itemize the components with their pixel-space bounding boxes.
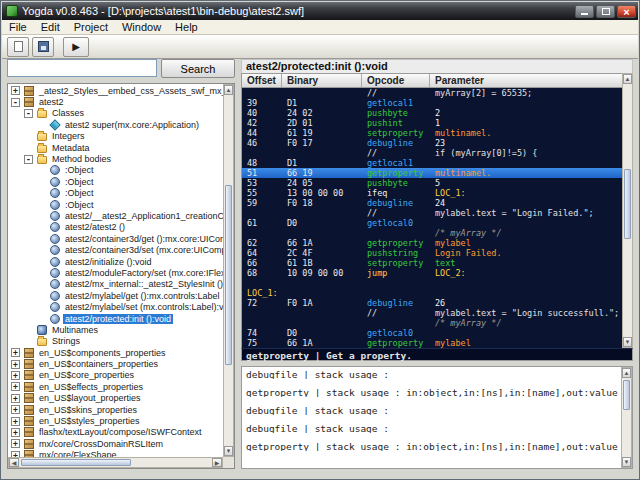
disasm-comment-row[interactable]: //mylabel.text = "Login Failed."; [242,208,632,218]
tree-item[interactable]: -atest2 [8,96,223,107]
tree-item[interactable]: +en_US$effects_properties [8,381,223,392]
disasm-blank-row[interactable] [242,278,632,288]
scroll-up-icon[interactable] [623,74,632,84]
tree-item[interactable]: atest2/protected:init ():void [8,313,223,324]
title-bar[interactable]: Yogda v0.8.463 - [D:\projects\atest1\bin… [2,2,638,20]
new-file-button[interactable] [7,37,29,57]
tree-item[interactable]: atest2/mx_internal::_atest2_StylesInit (… [8,279,223,290]
disasm-comment-row[interactable]: /* myArray */ [242,228,632,238]
tree-item[interactable]: atest2/container3d/get ():mx.core:UIComp… [8,233,223,244]
disassembly-vertical-scrollbar[interactable] [622,73,633,348]
disasm-instruction-row[interactable]: 7566 1Agetpropertymylabel [242,338,632,348]
tree-item[interactable]: atest2/atest2 () [8,222,223,233]
expander-icon[interactable]: + [11,382,20,391]
disasm-instruction-row[interactable]: 6266 1Agetpropertymylabel [242,238,632,248]
tree-item[interactable]: :Object [8,176,223,187]
tree-item[interactable]: :Object [8,188,223,199]
tree-item[interactable]: +en_US$components_properties [8,347,223,358]
output-vertical-scrollbar[interactable] [621,367,632,468]
menu-item-project[interactable]: Project [67,20,115,35]
disasm-instruction-row[interactable]: 74D0getlocal0 [242,328,632,338]
tree-vertical-scrollbar[interactable] [223,84,234,457]
tree-item[interactable]: -Method bodies [8,153,223,164]
scrollbar-thumb[interactable] [21,459,131,466]
menu-item-window[interactable]: Window [115,20,168,35]
scroll-left-icon[interactable] [9,458,19,467]
tree-item[interactable]: atest2/container3d/set (mx.core:UICompon… [8,244,223,255]
expander-icon[interactable]: - [24,109,33,118]
minimize-button[interactable] [575,5,594,18]
disasm-instruction-row[interactable]: 46F0 17debugline23 [242,138,632,148]
disasm-comment-row[interactable]: //if (myArray[0]!=5) { [242,148,632,158]
tree-item[interactable]: atest2/__atest2_Application1_creationCom… [8,210,223,221]
disasm-label-row[interactable]: LOC_1: [242,288,632,298]
disasm-instruction-row[interactable]: 61D0getlocal0 [242,218,632,228]
disasm-instruction-row[interactable]: 4024 02pushbyte2 [242,108,632,118]
tree-item[interactable]: +en_US$layout_properties [8,393,223,404]
tree-item[interactable]: +mx/core/FlexShape [8,450,223,458]
tree-item[interactable]: :Object [8,199,223,210]
expander-icon[interactable]: + [11,428,20,437]
tree-item[interactable]: atest2/mylabel/get ():mx.controls:Label [8,290,223,301]
disasm-instruction-row[interactable]: 5166 19getpropertymultinamel. [242,168,632,178]
column-header-binary[interactable]: Binary [282,74,362,87]
menu-item-file[interactable]: File [2,20,34,35]
expander-icon[interactable]: + [11,86,20,95]
menu-item-help[interactable]: Help [168,20,205,35]
disasm-instruction-row[interactable]: 4461 19setpropertymultinamel. [242,128,632,138]
search-button[interactable]: Search [161,59,235,78]
scrollbar-thumb[interactable] [225,185,232,365]
expander-icon[interactable]: + [11,371,20,380]
expander-icon[interactable]: + [11,417,20,426]
disasm-comment-row[interactable]: //mylabel.text = "Login successfull."; [242,308,632,318]
disasm-instruction-row[interactable]: 59F0 18debugline24 [242,198,632,208]
tree-item[interactable]: atest2 super(mx.core:Application) [8,119,223,130]
scroll-down-icon[interactable] [224,446,233,456]
menu-item-edit[interactable]: Edit [34,20,67,35]
close-button[interactable] [617,5,636,18]
tree-item[interactable]: atest2/mylabel/set (mx.controls:Label):v… [8,301,223,312]
tree-item[interactable]: atest2/initialize ():void [8,256,223,267]
save-button[interactable] [32,37,54,57]
expander-icon[interactable]: + [11,405,20,414]
tree-item[interactable]: Metadata [8,142,223,153]
scroll-down-icon[interactable] [622,457,631,467]
tree-item[interactable]: +en_US$core_properties [8,370,223,381]
tree-horizontal-scrollbar[interactable] [8,457,223,468]
disasm-instruction-row[interactable]: 39D1getlocal1 [242,98,632,108]
run-button[interactable]: ▶ [63,37,89,57]
disasm-instruction-row[interactable]: 422D 01pushint1 [242,118,632,128]
expander-icon[interactable]: - [24,155,33,164]
disasm-instruction-row[interactable]: 5324 05pushbyte5 [242,178,632,188]
disasm-comment-row[interactable]: /* myArray */ [242,318,632,328]
scroll-down-icon[interactable] [623,337,632,347]
disasm-instruction-row[interactable]: 48D1getlocal1 [242,158,632,168]
scroll-up-icon[interactable] [224,85,233,95]
scroll-up-icon[interactable] [622,368,631,378]
expander-icon[interactable]: + [11,394,20,403]
scrollbar-thumb[interactable] [624,169,631,239]
tree-item[interactable]: atest2/moduleFactory/set (mx.core:IFlexM… [8,267,223,278]
disasm-instruction-row[interactable]: 72F0 1Adebugline26 [242,298,632,308]
tree-item[interactable]: Integers [8,131,223,142]
disasm-comment-row[interactable]: //myArray[2] = 65535; [242,88,632,98]
tree-item[interactable]: +flashx/textLayout/compose/ISWFContext [8,427,223,438]
tree-item[interactable]: +mx/core/CrossDomainRSLItem [8,438,223,449]
tree-item[interactable]: +_atest2_Styles__embed_css_Assets_swf_mx… [8,85,223,96]
expander-icon[interactable]: - [11,98,20,107]
column-header-opcode[interactable]: Opcode [362,74,430,87]
tree-item[interactable]: +en_US$styles_properties [8,415,223,426]
disasm-instruction-row[interactable]: 642C 4FpushstringLogin Failed. [242,248,632,258]
scrollbar-thumb[interactable] [623,380,630,410]
tree-item[interactable]: +en_US$containers_properties [8,358,223,369]
column-header-offset[interactable]: Offset [242,74,282,87]
tree-item[interactable]: Strings [8,336,223,347]
tree-item[interactable]: +en_US$skins_properties [8,404,223,415]
tree-item[interactable]: Multinames [8,324,223,335]
disasm-instruction-row[interactable]: 5513 00 00 00ifeqLOC_1: [242,188,632,198]
tree-item[interactable]: -Classes [8,108,223,119]
search-input[interactable] [7,59,157,77]
disasm-instruction-row[interactable]: 6810 09 00 00jumpLOC_2: [242,268,632,278]
scroll-right-icon[interactable] [212,458,222,467]
expander-icon[interactable]: + [11,439,20,448]
